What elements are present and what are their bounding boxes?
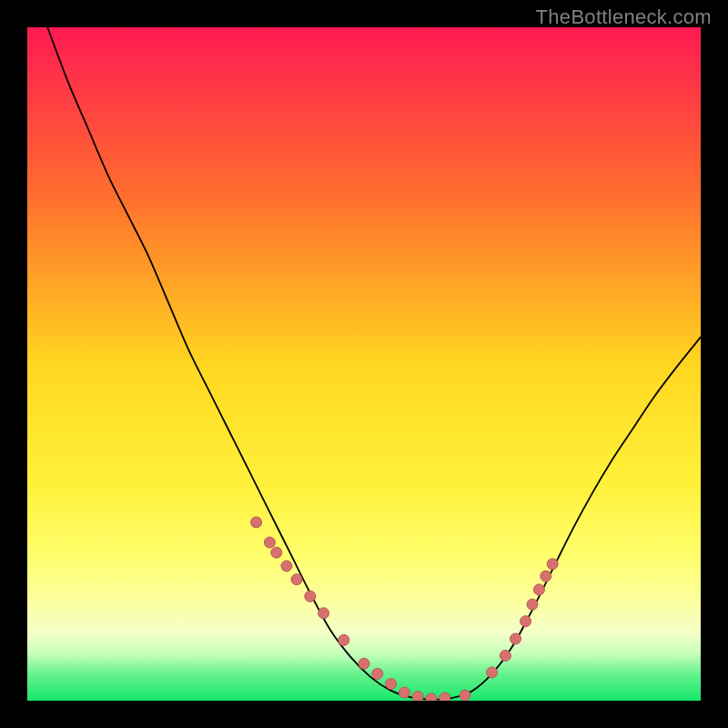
- gradient-background: [27, 27, 701, 701]
- marker-dot: [359, 658, 369, 669]
- marker-dot: [291, 574, 302, 585]
- marker-dot: [251, 517, 262, 528]
- marker-dot: [527, 599, 538, 610]
- marker-dot: [511, 633, 521, 644]
- marker-dot: [487, 667, 498, 678]
- marker-dot: [318, 608, 329, 619]
- marker-dot: [281, 561, 292, 571]
- marker-dot: [521, 616, 531, 627]
- marker-dot: [264, 537, 275, 548]
- marker-dot: [426, 693, 437, 701]
- marker-dot: [460, 690, 470, 701]
- marker-dot: [500, 650, 511, 661]
- marker-dot: [372, 668, 383, 679]
- marker-dot: [440, 693, 450, 701]
- watermark-label: TheBottleneck.com: [536, 5, 712, 29]
- marker-dot: [547, 559, 558, 570]
- marker-dot: [386, 679, 397, 690]
- marker-dot: [541, 571, 551, 581]
- marker-dot: [412, 692, 423, 701]
- marker-dot: [305, 591, 316, 602]
- chart-plot-area: [27, 27, 701, 701]
- marker-dot: [399, 687, 410, 698]
- marker-dot: [533, 584, 544, 595]
- marker-dot: [271, 547, 282, 558]
- marker-dot: [339, 634, 349, 645]
